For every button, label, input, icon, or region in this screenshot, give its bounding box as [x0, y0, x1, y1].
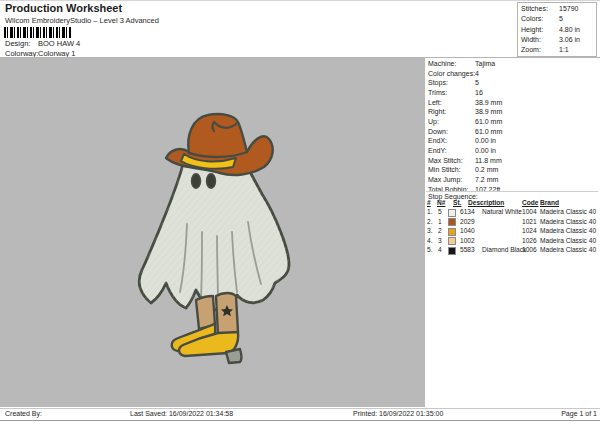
design-label: Design:: [5, 39, 30, 48]
thread-color-swatch: [448, 247, 456, 255]
boot-heel: [226, 349, 242, 363]
info-row: Max Jump:7.2 mm: [428, 176, 598, 185]
machine-info-panel: Machine:Tajima Color changes:4 Stops:5 T…: [425, 58, 600, 407]
footer-created-by: Created By:: [5, 410, 42, 417]
design-stats-box: Stitches:15790 Colors:5 Height:4.80 in W…: [517, 2, 597, 57]
info-row: Up:61.0 mm: [428, 118, 598, 127]
footer-last-saved: Last Saved: 16/09/2022 01:34:58: [130, 410, 233, 417]
info-row: EndX:0.00 in: [428, 137, 598, 146]
footer-top-line: [0, 408, 600, 409]
panel-divider-line: [426, 191, 598, 192]
info-row: Down:61.0 mm: [428, 128, 598, 137]
info-row: Right:38.9 mm: [428, 108, 598, 117]
footer-printed: Printed: 16/09/2022 01:35:00: [353, 410, 443, 417]
info-row: Trims:16: [428, 89, 598, 98]
production-worksheet-page: Production Worksheet Wilcom EmbroiderySt…: [0, 0, 600, 424]
top-border-line: [0, 0, 600, 1]
info-row: Max Stitch:11.8 mm: [428, 157, 598, 166]
page-title: Production Worksheet: [5, 2, 122, 14]
thread-color-swatch: [448, 218, 456, 226]
footer-page-number: Page 1 of 1: [561, 410, 597, 417]
footer-bottom-line: [0, 420, 600, 421]
info-row: EndY:0.00 in: [428, 147, 598, 156]
thread-color-swatch: [448, 209, 456, 217]
info-row: Machine:Tajima: [428, 60, 598, 69]
info-row: Stops:5: [428, 79, 598, 88]
barcode: [4, 27, 71, 38]
software-subtitle: Wilcom EmbroideryStudio – Level 3 Advanc…: [5, 16, 159, 25]
ghost-cowboy-design: [130, 106, 300, 371]
info-row: Min Stitch:0.2 mm: [428, 166, 598, 175]
thread-color-swatch: [448, 228, 456, 236]
info-row: Color changes:4: [428, 70, 598, 79]
info-row: Left:38.9 mm: [428, 99, 598, 108]
cowboy-hat-crown: [188, 114, 247, 157]
ghost-eye-left: [192, 174, 201, 188]
thread-color-swatch: [448, 237, 456, 245]
design-preview-canvas: [0, 58, 425, 407]
design-value: BOO HAW 4: [38, 39, 80, 48]
ghost-eye-right: [207, 174, 216, 188]
